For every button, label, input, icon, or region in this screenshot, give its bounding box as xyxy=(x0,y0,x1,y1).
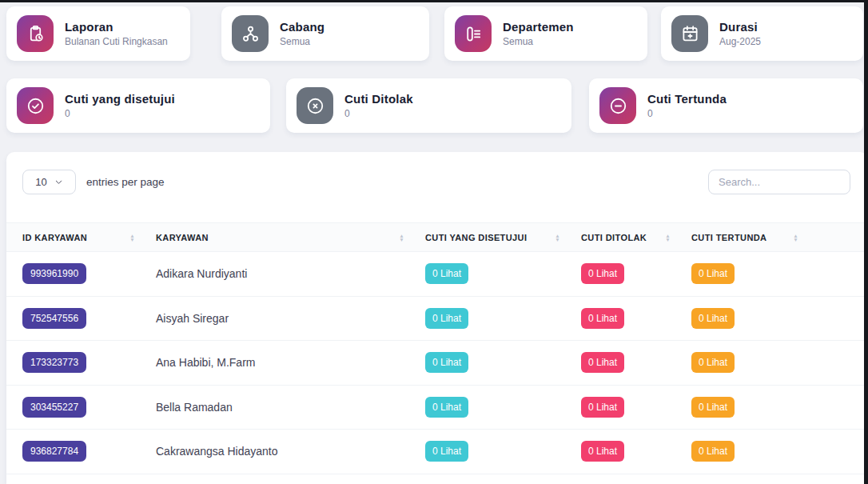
report-table-card: 10 entries per page ID KARYAWAN ▲▼ KARYA… xyxy=(6,152,868,484)
employee-id-badge: 303455227 xyxy=(22,397,86,418)
circle-minus-icon xyxy=(599,87,636,124)
employee-id-badge: 173323773 xyxy=(22,352,86,373)
rejected-lihat-button[interactable]: 0 Lihat xyxy=(581,308,624,329)
card-value: Semua xyxy=(280,36,325,47)
approved-lihat-button[interactable]: 0 Lihat xyxy=(425,263,468,284)
entries-per-page-label: entries per page xyxy=(86,176,165,188)
pending-lihat-button[interactable]: 0 Lihat xyxy=(691,308,735,329)
approved-lihat-button[interactable]: 0 Lihat xyxy=(425,352,468,373)
card-title: Departemen xyxy=(503,20,574,34)
table-row: 752547556 Aisyah Siregar 0 Lihat 0 Lihat… xyxy=(6,297,868,342)
clipboard-clock-icon xyxy=(17,15,54,52)
card-value: 0 xyxy=(65,108,175,119)
clock-check-icon xyxy=(17,87,54,124)
summary-card-pending: Cuti Tertunda 0 xyxy=(589,78,863,133)
page-size-value: 10 xyxy=(35,176,46,188)
sort-icon: ▲▼ xyxy=(399,234,404,242)
department-list-icon xyxy=(455,15,492,52)
page-size-select[interactable]: 10 xyxy=(22,170,76,194)
card-title: Cuti Tertunda xyxy=(647,92,727,106)
rejected-lihat-button[interactable]: 0 Lihat xyxy=(581,263,624,284)
pending-lihat-button[interactable]: 0 Lihat xyxy=(691,397,735,418)
pending-lihat-button[interactable]: 0 Lihat xyxy=(691,263,735,284)
calendar-plus-icon xyxy=(671,15,708,52)
employee-name: Cakrawangsa Hidayanto xyxy=(156,445,425,458)
window-right-border xyxy=(864,0,868,484)
rejected-lihat-button[interactable]: 0 Lihat xyxy=(581,352,624,373)
rejected-lihat-button[interactable]: 0 Lihat xyxy=(581,397,624,418)
table-header: ID KARYAWAN ▲▼ KARYAWAN ▲▼ CUTI YANG DIS… xyxy=(6,222,868,252)
column-label: ID KARYAWAN xyxy=(22,233,87,242)
sort-icon: ▲▼ xyxy=(129,234,135,242)
dashboard-page: Laporan Bulanan Cuti Ringkasan Cabang Se… xyxy=(0,0,868,484)
card-title: Cabang xyxy=(280,20,325,34)
employee-id-badge: 752547556 xyxy=(22,308,86,329)
pending-lihat-button[interactable]: 0 Lihat xyxy=(691,352,735,373)
card-value: Bulanan Cuti Ringkasan xyxy=(65,36,168,47)
card-title: Laporan xyxy=(65,20,168,34)
column-header-cuti-ditolak[interactable]: CUTI DITOLAK ▲▼ xyxy=(581,233,691,242)
summary-card-rejected: Cuti Ditolak 0 xyxy=(286,78,571,133)
search-input[interactable] xyxy=(708,170,850,194)
filter-card-cabang: Cabang Semua xyxy=(221,6,429,61)
column-header-cuti-tertunda[interactable]: CUTI TERTUNDA ▲▼ xyxy=(691,233,819,242)
employee-name: Ana Habibi, M.Farm xyxy=(156,356,425,369)
employee-id-badge: 993961990 xyxy=(22,263,86,284)
card-title: Cuti Ditolak xyxy=(344,92,413,106)
column-header-karyawan[interactable]: KARYAWAN ▲▼ xyxy=(156,233,425,242)
circle-x-icon xyxy=(297,87,333,124)
filter-card-laporan: Laporan Bulanan Cuti Ringkasan xyxy=(6,6,190,61)
filter-card-durasi: Durasi Aug-2025 xyxy=(661,6,863,61)
sort-icon: ▲▼ xyxy=(665,234,671,242)
approved-lihat-button[interactable]: 0 Lihat xyxy=(425,308,468,329)
table-row: 993961990 Adikara Nurdiyanti 0 Lihat 0 L… xyxy=(6,252,868,297)
card-value: Aug-2025 xyxy=(719,36,761,47)
employee-name: Adikara Nurdiyanti xyxy=(156,267,425,280)
approved-lihat-button[interactable]: 0 Lihat xyxy=(425,397,468,418)
column-label: CUTI TERTUNDA xyxy=(691,233,766,242)
column-label: CUTI YANG DISETUJUI xyxy=(425,233,527,242)
pending-lihat-button[interactable]: 0 Lihat xyxy=(691,441,735,462)
sort-icon: ▲▼ xyxy=(555,234,560,242)
card-title: Durasi xyxy=(719,20,761,34)
table-row: 173323773 Ana Habibi, M.Farm 0 Lihat 0 L… xyxy=(6,341,868,386)
table-controls: 10 entries per page xyxy=(22,170,850,194)
rejected-lihat-button[interactable]: 0 Lihat xyxy=(581,441,624,462)
chevron-down-icon xyxy=(54,178,63,186)
summary-card-approved: Cuti yang disetujui 0 xyxy=(6,78,270,133)
sort-icon: ▲▼ xyxy=(793,234,798,242)
employee-name: Bella Ramadan xyxy=(156,401,425,414)
card-value: 0 xyxy=(647,108,727,119)
employee-id-badge: 936827784 xyxy=(22,441,86,462)
column-header-id-karyawan[interactable]: ID KARYAWAN ▲▼ xyxy=(22,233,156,242)
approved-lihat-button[interactable]: 0 Lihat xyxy=(425,441,468,462)
branch-network-icon xyxy=(232,15,269,52)
card-title: Cuti yang disetujui xyxy=(65,92,175,106)
card-value: 0 xyxy=(344,108,413,119)
column-header-cuti-disetujui[interactable]: CUTI YANG DISETUJUI ▲▼ xyxy=(425,233,581,242)
employee-name: Aisyah Siregar xyxy=(156,312,425,325)
table-body: 993961990 Adikara Nurdiyanti 0 Lihat 0 L… xyxy=(6,252,868,474)
table-row: 303455227 Bella Ramadan 0 Lihat 0 Lihat … xyxy=(6,386,868,430)
column-label: CUTI DITOLAK xyxy=(581,233,647,242)
table-row: 936827784 Cakrawangsa Hidayanto 0 Lihat … xyxy=(6,430,868,474)
card-value: Semua xyxy=(503,36,574,47)
column-label: KARYAWAN xyxy=(156,233,209,242)
filter-card-departemen: Departemen Semua xyxy=(444,6,647,61)
window-top-border xyxy=(0,0,868,2)
